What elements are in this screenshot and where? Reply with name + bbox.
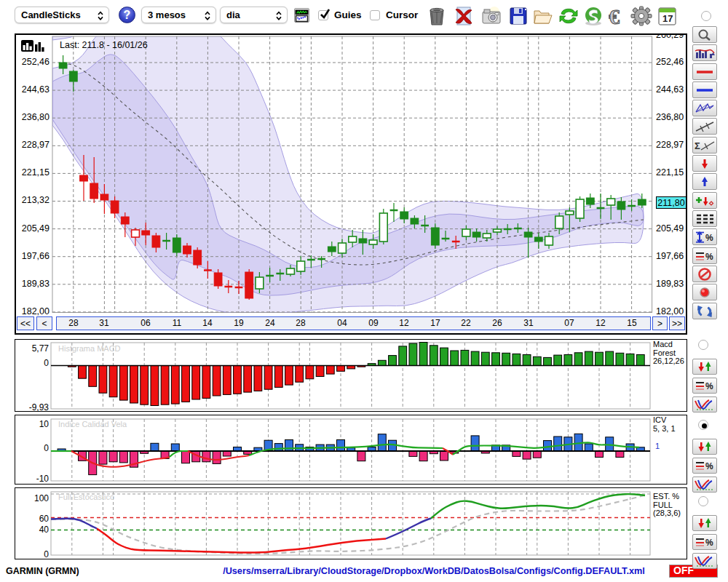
svg-text:Σ: Σ xyxy=(695,140,700,151)
svg-text:%: % xyxy=(705,381,713,391)
svg-text:%: % xyxy=(705,252,713,262)
svg-text:€: € xyxy=(609,6,620,26)
svg-text:%: % xyxy=(705,233,713,243)
svg-text:17: 17 xyxy=(662,13,673,24)
svg-text:%: % xyxy=(705,461,713,471)
svg-text:%: % xyxy=(705,538,713,548)
